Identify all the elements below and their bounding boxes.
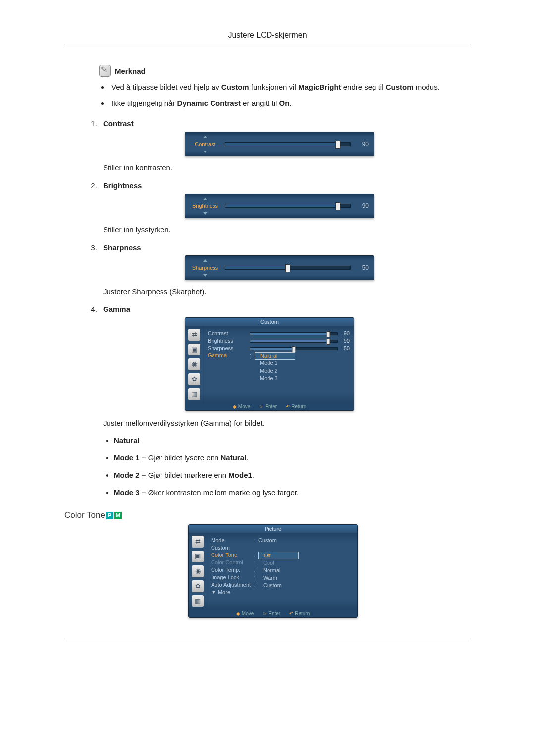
osd-gamma-panel: Custom ⇄ ▣ ◉ ✿ ▥ Contrast90 Brightness90… <box>185 317 354 411</box>
sound-icon: ◉ <box>188 358 200 370</box>
panel-icon-strip: ⇄ ▣ ◉ ✿ ▥ <box>185 326 204 403</box>
p-badge-icon: P <box>106 512 113 519</box>
section-heading-color-tone: Color Tone P M <box>64 509 471 521</box>
input-icon: ⇄ <box>192 536 204 548</box>
list-item: Contrast Contrast 90 Stiller inn kontras… <box>99 118 471 173</box>
note-bullet: Ved å tilpasse bildet ved hjelp av Custo… <box>109 82 471 92</box>
multi-icon: ▥ <box>192 595 204 607</box>
slider-label: Brightness <box>185 202 225 210</box>
slider-value: 50 <box>356 264 369 272</box>
multi-icon: ▥ <box>188 388 200 400</box>
note-title: Merknad <box>115 66 146 76</box>
item-label: Sharpness <box>103 243 141 252</box>
note-icon <box>99 65 111 77</box>
item-label: Brightness <box>103 181 142 190</box>
item-label: Contrast <box>103 119 134 128</box>
gamma-option: Natural <box>255 352 295 360</box>
panel-title: Custom <box>185 318 354 326</box>
item-desc: Juster mellomverdilysstyrken (Gamma) for… <box>103 418 471 428</box>
slider-label: Contrast <box>185 141 225 148</box>
list-item: Sharpness Sharpness 50 Justerer Sharpnes… <box>99 242 471 297</box>
item-desc: Stiller inn lysstyrken. <box>103 224 471 235</box>
input-icon: ⇄ <box>188 329 200 341</box>
item-label: Gamma <box>103 305 130 313</box>
slider-value: 90 <box>356 140 369 149</box>
setup-icon: ✿ <box>188 373 200 385</box>
note-bullets: Ved å tilpasse bildet ved hjelp av Custo… <box>109 82 471 108</box>
picture-icon: ▣ <box>192 551 204 562</box>
note-header: Merknad <box>99 65 471 77</box>
list-item: Brightness Brightness 90 Stiller inn lys… <box>99 180 471 235</box>
osd-contrast-slider: Contrast 90 <box>185 132 374 156</box>
picture-icon: ▣ <box>188 344 200 355</box>
list-item: Gamma Custom ⇄ ▣ ◉ ✿ ▥ Contrast90 Bright… <box>99 304 471 498</box>
m-badge-icon: M <box>114 512 122 519</box>
panel-title: Picture <box>189 525 357 533</box>
osd-brightness-slider: Brightness 90 <box>185 194 374 218</box>
panel-icon-strip: ⇄ ▣ ◉ ✿ ▥ <box>189 533 207 610</box>
osd-sharpness-slider: Sharpness 50 <box>185 255 374 280</box>
item-desc: Justerer Sharpness (Skarphet). <box>103 286 471 297</box>
item-desc: Stiller inn kontrasten. <box>103 162 471 173</box>
note-bullet: Ikke tilgjengelig når Dynamic Contrast e… <box>109 98 471 108</box>
sound-icon: ◉ <box>192 565 204 577</box>
gamma-sublist: Natural Mode 1 − Gjør bildet lysere enn … <box>114 435 471 498</box>
page-header: Justere LCD-skjermen <box>64 30 471 45</box>
osd-color-tone-panel: Picture ⇄ ▣ ◉ ✿ ▥ Mode:Custom Custom Col… <box>188 524 358 618</box>
slider-value: 90 <box>356 202 369 210</box>
numbered-list: Contrast Contrast 90 Stiller inn kontras… <box>99 118 471 498</box>
slider-label: Sharpness <box>185 264 225 272</box>
setup-icon: ✿ <box>192 580 204 592</box>
